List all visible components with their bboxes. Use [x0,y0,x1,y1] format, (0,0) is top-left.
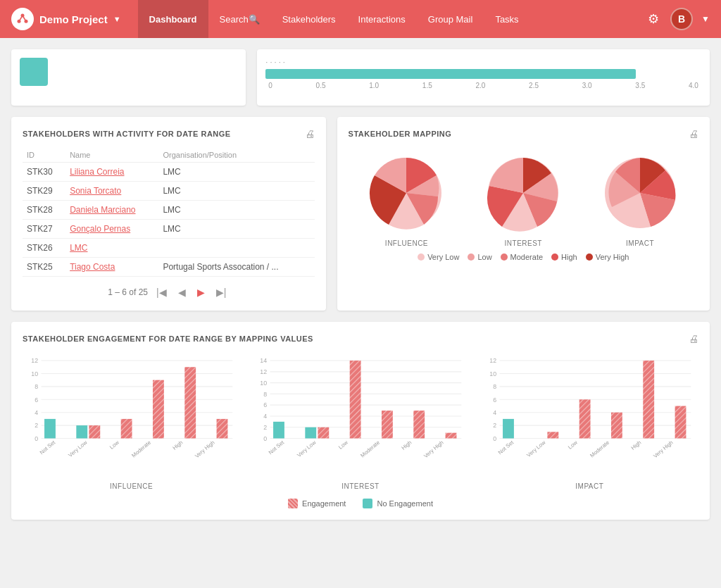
engagement-header: STAKEHOLDER ENGAGEMENT FOR DATE RANGE BY… [23,333,698,344]
mapping-card: STAKEHOLDER MAPPING 🖨 I [337,117,710,311]
svg-text:6: 6 [264,401,268,408]
svg-rect-64 [414,411,425,438]
svg-rect-33 [184,367,196,438]
table-body: STK30 Liliana Correia LMC STK29 Sonia To… [23,163,315,277]
avatar[interactable]: B [670,8,693,30]
svg-text:Very Low: Very Low [296,439,318,459]
engagement-legend-item: Engagement [288,499,346,508]
legend-high: High [551,253,577,261]
svg-rect-58 [318,427,330,439]
svg-rect-26 [76,425,87,438]
row-name[interactable]: Gonçalo Pernas [65,220,158,239]
legend-very-low-label: Very Low [427,253,459,261]
svg-rect-86 [547,432,558,438]
top-indicator [20,58,48,86]
logo-icon [11,8,34,30]
legend-low-dot [468,254,475,261]
navbar: Demo Project ▼ Dashboard Search🔍 Stakeho… [0,0,721,38]
chart-sub-label: IMPACT [481,482,698,490]
nav-search[interactable]: Search🔍 [208,0,271,38]
last-page-btn[interactable]: ▶| [213,285,230,299]
legend-very-high: Very High [586,253,629,261]
axis-labels: 0 0.5 1.0 1.5 2.0 2.5 3.0 3.5 4.0 [265,82,701,89]
row-org: Portugal Sports Assocation / ... [158,258,314,277]
svg-text:Low: Low [567,439,579,451]
nav-links: Dashboard Search🔍 Stakeholders Interacti… [138,0,643,38]
svg-text:4: 4 [493,409,496,416]
table-card-header: STAKEHOLDERS WITH ACTIVITY FOR DATE RANG… [23,128,315,139]
impact-pie [598,151,682,235]
svg-text:Not Set: Not Set [496,439,515,456]
svg-text:12: 12 [31,357,38,364]
no-engagement-legend-item: No Engagement [363,499,433,508]
svg-text:2: 2 [493,422,496,429]
legend-very-low: Very Low [418,253,459,261]
interest-label: INTEREST [505,239,542,247]
engagement-legend-color [288,499,298,508]
svg-text:8: 8 [264,391,268,398]
legend-moderate-label: Moderate [510,253,543,261]
legend-row: Very Low Low Moderate High Very High [349,253,698,261]
col-org: Organisation/Position [158,148,314,163]
engagement-card: STAKEHOLDER ENGAGEMENT FOR DATE RANGE BY… [11,322,710,520]
svg-rect-66 [446,433,457,439]
prev-page-btn[interactable]: ◀ [175,285,189,299]
nav-interactions[interactable]: Interactions [347,0,417,38]
legend-low: Low [468,253,491,261]
svg-rect-35 [217,419,228,439]
interest-pie-container: INTEREST [481,151,565,247]
nav-tasks[interactable]: Tasks [484,0,529,38]
user-chevron[interactable]: ▼ [701,14,710,24]
legend-moderate-dot [501,254,508,261]
legend-high-label: High [561,253,577,261]
svg-text:4: 4 [35,409,38,416]
nav-logo[interactable]: Demo Project ▼ [11,8,121,30]
bar-chart-interest: 02468101214Not SetVery LowLowModerateHig… [251,353,469,490]
svg-text:Very High: Very High [652,439,674,459]
settings-icon[interactable]: ⚙ [642,11,665,27]
chart-sub-label: INTEREST [251,482,469,490]
svg-text:Low: Low [108,439,120,451]
middle-row: STAKEHOLDERS WITH ACTIVITY FOR DATE RANG… [11,117,710,311]
first-page-btn[interactable]: |◀ [153,285,170,299]
svg-text:6: 6 [493,396,496,404]
svg-rect-90 [611,413,622,439]
top-card-left [11,49,246,106]
nav-dashboard[interactable]: Dashboard [138,0,208,38]
pagination: 1 – 6 of 25 |◀ ◀ ▶ ▶| [23,285,315,299]
row-name[interactable]: Daniela Marciano [65,201,158,220]
engagement-legend-label: Engagement [302,499,346,508]
nav-stakeholders[interactable]: Stakeholders [271,0,347,38]
next-page-btn[interactable]: ▶ [194,285,208,299]
row-name[interactable]: Liliana Correia [65,163,158,182]
row-name[interactable]: Tiago Costa [65,258,158,277]
no-engagement-legend-label: No Engagement [377,499,433,508]
svg-text:0: 0 [493,435,496,442]
print-icon[interactable]: 🖨 [305,128,315,139]
chart-svg: 02468101214Not SetVery LowLowModerateHig… [251,353,469,477]
engagement-print-icon[interactable]: 🖨 [689,333,698,344]
svg-text:2: 2 [35,422,38,429]
svg-text:10: 10 [261,380,268,387]
interest-pie [481,151,565,235]
nav-groupmail[interactable]: Group Mail [417,0,484,38]
svg-text:Very High: Very High [423,439,445,459]
no-engagement-legend-color [363,499,372,508]
svg-text:Moderate: Moderate [360,439,382,459]
mapping-print-icon[interactable]: 🖨 [689,128,698,139]
stakeholders-table: ID Name Organisation/Position STK30 Lili… [23,148,315,277]
svg-rect-60 [350,361,361,438]
svg-rect-88 [579,399,590,438]
svg-text:Moderate: Moderate [589,439,610,459]
project-name: Demo Project [39,13,108,25]
legend-low-label: Low [477,253,491,261]
table-row: STK29 Sonia Torcato LMC [23,182,315,201]
row-name[interactable]: Sonia Torcato [65,182,158,201]
table-row: STK28 Daniela Marciano LMC [23,201,315,220]
bar-chart-impact: 024681012Not SetVery LowLowModerateHighV… [481,353,698,490]
row-org [158,239,314,258]
stakeholders-table-card: STAKEHOLDERS WITH ACTIVITY FOR DATE RANG… [11,117,326,311]
svg-text:High: High [401,439,413,451]
row-name[interactable]: LMC [65,239,158,258]
svg-text:14: 14 [261,357,268,364]
